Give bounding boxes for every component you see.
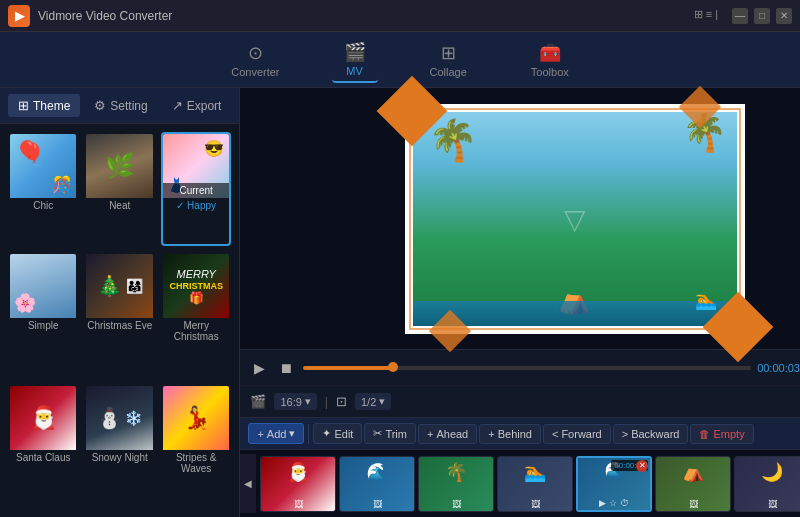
divider1 bbox=[308, 424, 309, 444]
theme-chic-thumb: 🎈 🎊 bbox=[10, 134, 76, 198]
theme-chic-label: Chic bbox=[10, 198, 76, 214]
theme-snowy-label: Snowy Night bbox=[86, 450, 152, 466]
add-icon: + bbox=[257, 428, 263, 440]
film-item-1[interactable]: 🎅 🖼 bbox=[260, 456, 336, 512]
play-button[interactable]: ▶ bbox=[250, 358, 269, 378]
export-icon: ↗ bbox=[172, 98, 183, 113]
ahead-button[interactable]: + Ahead bbox=[418, 424, 477, 444]
video-preview: 🌴 🌴 ⛺ 🏊 ▽ bbox=[240, 88, 800, 349]
film-strip: ◀ 🎅 🖼 🌊 🖼 bbox=[240, 449, 800, 517]
theme-neat-thumb: 🌿 bbox=[86, 134, 152, 198]
tab-export[interactable]: ↗ Export bbox=[162, 94, 232, 117]
theme-neat-label: Neat bbox=[86, 198, 152, 214]
theme-snowy-night[interactable]: ⛄ ❄️ Snowy Night bbox=[84, 384, 154, 509]
tab-mv[interactable]: 🎬 MV bbox=[332, 37, 378, 83]
film-icons-3: 🖼 bbox=[419, 499, 493, 509]
theme-christmas-label: Christmas Eve bbox=[86, 318, 152, 334]
forward-label: Forward bbox=[561, 428, 601, 440]
theme-santa-claus[interactable]: 🎅 Santa Claus bbox=[8, 384, 78, 509]
tab-converter[interactable]: ⊙ Converter bbox=[219, 38, 291, 82]
export-label: Export bbox=[187, 99, 222, 113]
theme-simple[interactable]: 🌸 Simple bbox=[8, 252, 78, 377]
behind-button[interactable]: + Behind bbox=[479, 424, 541, 444]
film-icon-img-6: 🖼 bbox=[689, 499, 698, 509]
film-icon-img-7: 🖼 bbox=[768, 499, 777, 509]
mv-label: MV bbox=[346, 65, 363, 77]
add-button[interactable]: + Add ▾ bbox=[248, 423, 304, 444]
stop-button[interactable]: ⏹ bbox=[275, 358, 297, 378]
theme-chic[interactable]: 🎈 🎊 Chic bbox=[8, 132, 78, 246]
nav-tabs: ⊙ Converter 🎬 MV ⊞ Collage 🧰 Toolbox bbox=[0, 32, 800, 88]
theme-happy-label: ✓ Happy bbox=[163, 198, 229, 214]
aspect-label: 16:9 bbox=[280, 396, 301, 408]
progress-bar[interactable] bbox=[303, 366, 751, 370]
backward-button[interactable]: > Backward bbox=[613, 424, 689, 444]
close-button[interactable]: ✕ bbox=[776, 8, 792, 24]
quality-selector[interactable]: 1/2 ▾ bbox=[355, 393, 391, 410]
tab-theme[interactable]: ⊞ Theme bbox=[8, 94, 80, 117]
film-close-5[interactable]: ✕ bbox=[636, 460, 648, 472]
trim-label: Trim bbox=[385, 428, 407, 440]
film-icons-1: 🖼 bbox=[261, 499, 335, 509]
trim-icon: ✂ bbox=[373, 427, 382, 440]
setting-icon: ⚙ bbox=[94, 98, 106, 113]
behind-label: Behind bbox=[498, 428, 532, 440]
empty-icon: 🗑 bbox=[699, 428, 710, 440]
film-item-2[interactable]: 🌊 🖼 bbox=[339, 456, 415, 512]
theme-happy[interactable]: 😎 👗 Current ✓ Happy bbox=[161, 132, 231, 246]
bottom-toolbar: + Add ▾ ✦ Edit ✂ Trim + Ahead + Behind bbox=[240, 417, 800, 449]
left-panel: ⊞ Theme ⚙ Setting ↗ Export 🎈 🎊 Chic bbox=[0, 88, 240, 517]
theme-stripes-label: Stripes & Waves bbox=[163, 450, 229, 477]
tab-toolbox[interactable]: 🧰 Toolbox bbox=[519, 38, 581, 82]
theme-santa-label: Santa Claus bbox=[10, 450, 76, 466]
theme-stripes-thumb: 💃 bbox=[163, 386, 229, 450]
window-controls: ⊞ ≡ | — □ ✕ bbox=[694, 8, 792, 24]
video-frame: 🌴 🌴 ⛺ 🏊 ▽ bbox=[405, 104, 745, 334]
film-item-5[interactable]: 🌊 00:00:05 ✕ ▶ ☆ ⏱ bbox=[576, 456, 652, 512]
theme-christmas-eve[interactable]: 🎄 👨‍👩‍👧 Christmas Eve bbox=[84, 252, 154, 377]
converter-label: Converter bbox=[231, 66, 279, 78]
aspect-chevron: ▾ bbox=[305, 395, 311, 408]
film-nav-left[interactable]: ◀ bbox=[240, 454, 256, 513]
ahead-label: Ahead bbox=[436, 428, 468, 440]
maximize-button[interactable]: □ bbox=[754, 8, 770, 24]
current-label: Current bbox=[163, 183, 229, 198]
mv-icon: 🎬 bbox=[344, 41, 366, 63]
theme-christmas-thumb: 🎄 👨‍👩‍👧 bbox=[86, 254, 152, 318]
film-items: 🎅 🖼 🌊 🖼 bbox=[256, 456, 800, 512]
toolbox-label: Toolbox bbox=[531, 66, 569, 78]
theme-merry-label: Merry Christmas bbox=[163, 318, 229, 345]
trim-button[interactable]: ✂ Trim bbox=[364, 423, 416, 444]
window-icons: ⊞ ≡ | bbox=[694, 8, 718, 24]
aspect-selector[interactable]: 16:9 ▾ bbox=[274, 393, 316, 410]
empty-button[interactable]: 🗑 Empty bbox=[690, 424, 753, 444]
left-panel-tabs: ⊞ Theme ⚙ Setting ↗ Export bbox=[0, 88, 239, 124]
edit-button[interactable]: ✦ Edit bbox=[313, 423, 362, 444]
quality-icon: ⊡ bbox=[336, 394, 347, 409]
title-bar: ▶ Vidmore Video Converter ⊞ ≡ | — □ ✕ bbox=[0, 0, 800, 32]
theme-neat[interactable]: 🌿 Neat bbox=[84, 132, 154, 246]
time-display: 00:00:03.10/00:00:50.00 bbox=[757, 362, 800, 374]
theme-icon: ⊞ bbox=[18, 98, 29, 113]
add-label: Add bbox=[267, 428, 287, 440]
theme-merry-christmas[interactable]: MERRY CHRISTMAS 🎁 Merry Christmas bbox=[161, 252, 231, 377]
edit-label: Edit bbox=[334, 428, 353, 440]
forward-button[interactable]: < Forward bbox=[543, 424, 611, 444]
film-item-7[interactable]: 🌙 🖼 bbox=[734, 456, 800, 512]
theme-label: Theme bbox=[33, 99, 70, 113]
film-icon-img-3: 🖼 bbox=[452, 499, 461, 509]
theme-stripes-waves[interactable]: 💃 Stripes & Waves bbox=[161, 384, 231, 509]
film-item-3[interactable]: 🌴 🖼 bbox=[418, 456, 494, 512]
edit-icon: ✦ bbox=[322, 427, 331, 440]
film-icon-play-5: ▶ bbox=[599, 498, 606, 508]
tab-collage[interactable]: ⊞ Collage bbox=[418, 38, 479, 82]
film-item-6[interactable]: ⛺ 🖼 bbox=[655, 456, 731, 512]
film-icon-time-5: ⏱ bbox=[620, 498, 629, 508]
theme-simple-label: Simple bbox=[10, 318, 76, 334]
setting-label: Setting bbox=[110, 99, 147, 113]
tab-setting[interactable]: ⚙ Setting bbox=[84, 94, 157, 117]
app-title: Vidmore Video Converter bbox=[38, 9, 694, 23]
film-item-4[interactable]: 🏊 🖼 bbox=[497, 456, 573, 512]
toolbox-icon: 🧰 bbox=[539, 42, 561, 64]
minimize-button[interactable]: — bbox=[732, 8, 748, 24]
